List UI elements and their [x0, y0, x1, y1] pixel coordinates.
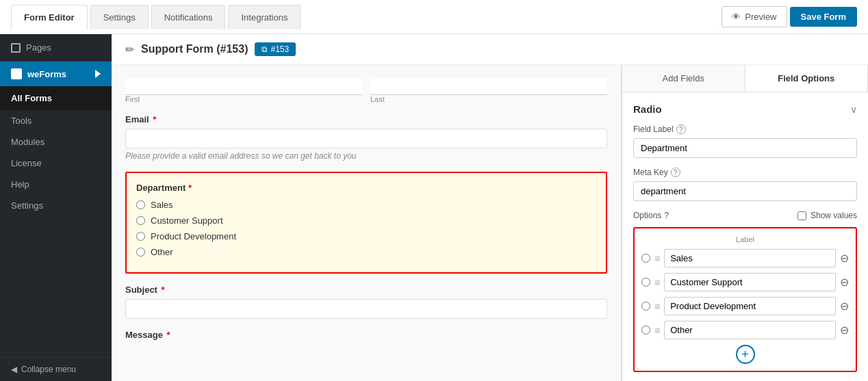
option-radio-product-development[interactable] — [641, 302, 650, 311]
sidebar-item-all-forms[interactable]: All Forms — [0, 86, 112, 110]
name-first-label: First — [125, 95, 362, 103]
dept-radio-other[interactable] — [136, 248, 145, 257]
add-option-button[interactable]: + — [736, 345, 755, 364]
option-radio-customer-support[interactable] — [641, 278, 650, 287]
option-row-product-development: ≡ ⊖ — [641, 297, 849, 315]
remove-product-development-button[interactable]: ⊖ — [840, 300, 849, 313]
drag-handle-customer-support[interactable]: ≡ — [654, 277, 660, 288]
field-label-input[interactable] — [633, 138, 857, 158]
dept-option-customer-support: Customer Support — [136, 215, 596, 226]
content-area: ✏ Support Form (#153) ⧉ #153 First — [112, 34, 868, 381]
option-input-other[interactable] — [664, 321, 836, 339]
sidebar-weforms[interactable]: weForms — [0, 62, 112, 86]
email-label: Email * — [125, 114, 607, 124]
pages-icon — [11, 43, 21, 53]
drag-handle-sales[interactable]: ≡ — [654, 253, 660, 264]
collapse-icon: ◀ — [11, 365, 17, 374]
meta-key-help-icon[interactable]: ? — [671, 168, 680, 177]
form-id-badge: ⧉ #153 — [255, 42, 296, 56]
right-panel-content: Radio ∨ Field Label ? — [622, 92, 868, 381]
drag-handle-other[interactable]: ≡ — [654, 325, 660, 336]
dept-radio-customer-support[interactable] — [136, 216, 145, 225]
subject-label: Subject * — [125, 285, 607, 295]
name-first: First — [125, 79, 362, 103]
option-row-customer-support: ≡ ⊖ — [641, 273, 849, 291]
message-field: Message * — [125, 330, 607, 340]
form-title-bar: ✏ Support Form (#153) ⧉ #153 — [112, 34, 868, 65]
dept-radio-sales[interactable] — [136, 200, 145, 209]
name-row: First Last — [125, 79, 607, 103]
sidebar-pages[interactable]: Pages — [0, 34, 112, 62]
email-required: * — [153, 114, 156, 124]
sidebar-item-tools[interactable]: Tools — [0, 110, 112, 131]
name-field: First Last — [125, 79, 607, 103]
tab-notifications[interactable]: Notifications — [151, 5, 226, 29]
tab-add-fields[interactable]: Add Fields — [622, 65, 745, 92]
dept-radio-product-development[interactable] — [136, 232, 145, 241]
dept-required: * — [188, 183, 192, 193]
option-radio-sales[interactable] — [641, 254, 650, 263]
name-last-input[interactable] — [370, 79, 607, 95]
radio-section-header: Radio ∨ — [633, 103, 857, 115]
options-list-header: Label — [641, 235, 849, 244]
editor-panels: First Last Email * — [112, 65, 868, 381]
preview-button[interactable]: 👁 Preview — [722, 6, 787, 27]
tab-integrations[interactable]: Integrations — [228, 5, 301, 29]
option-radio-other[interactable] — [641, 326, 650, 334]
collapse-menu-button[interactable]: ◀ Collapse menu — [0, 357, 112, 381]
main-area: Pages weForms All Forms Tools Modules Li… — [0, 34, 868, 381]
tab-field-options[interactable]: Field Options — [745, 65, 869, 92]
eye-icon: 👁 — [732, 12, 741, 22]
subject-input[interactable] — [125, 299, 607, 319]
option-row-sales: ≡ ⊖ — [641, 249, 849, 267]
email-input[interactable] — [125, 129, 607, 148]
weforms-icon — [11, 68, 22, 79]
option-row-other: ≡ ⊖ — [641, 321, 849, 339]
remove-customer-support-button[interactable]: ⊖ — [840, 276, 849, 289]
chevron-down-icon[interactable]: ∨ — [850, 104, 857, 115]
right-panel-tabs: Add Fields Field Options — [622, 65, 868, 92]
copy-icon: ⧉ — [261, 44, 268, 54]
radio-title: Radio — [633, 103, 662, 115]
sidebar-item-modules[interactable]: Modules — [0, 131, 112, 153]
dept-option-sales: Sales — [136, 200, 596, 210]
meta-key-label: Meta Key ? — [633, 168, 857, 177]
show-values-toggle: Show values — [797, 211, 857, 220]
sidebar-item-help[interactable]: Help — [0, 174, 112, 195]
remove-other-button[interactable]: ⊖ — [840, 324, 849, 337]
subject-required: * — [162, 285, 165, 295]
name-last-label: Last — [370, 95, 607, 103]
add-option-row: + — [641, 345, 849, 364]
sidebar-item-license[interactable]: License — [0, 153, 112, 174]
options-label: Options ? — [633, 211, 669, 220]
field-label-help-icon[interactable]: ? — [676, 124, 686, 134]
email-field: Email * Please provide a valid email add… — [125, 114, 607, 161]
show-values-checkbox[interactable] — [797, 211, 806, 220]
tab-settings[interactable]: Settings — [90, 5, 149, 29]
field-label-label: Field Label ? — [633, 124, 857, 134]
name-last: Last — [370, 79, 607, 103]
remove-sales-button[interactable]: ⊖ — [840, 252, 849, 265]
options-help-icon[interactable]: ? — [664, 211, 669, 220]
name-first-input[interactable] — [125, 79, 362, 95]
meta-key-input[interactable] — [633, 181, 857, 201]
subject-field: Subject * — [125, 285, 607, 319]
department-field: Department * Sales Customer Support — [125, 172, 607, 274]
option-input-customer-support[interactable] — [664, 273, 836, 291]
app-wrapper: Form Editor Settings Notifications Integ… — [0, 0, 868, 381]
save-form-button[interactable]: Save Form — [790, 7, 857, 27]
field-label-group: Field Label ? — [633, 124, 857, 158]
email-help-text: Please provide a valid email address so … — [125, 151, 607, 161]
right-panel: Add Fields Field Options Radio ∨ Field L — [622, 65, 868, 381]
drag-handle-product-development[interactable]: ≡ — [654, 301, 660, 312]
sidebar-item-settings[interactable]: Settings — [0, 195, 112, 216]
dept-option-product-development: Product Development — [136, 231, 596, 241]
edit-icon: ✏ — [125, 43, 134, 56]
message-required: * — [167, 330, 170, 340]
option-input-product-development[interactable] — [664, 297, 836, 315]
option-input-sales[interactable] — [664, 249, 836, 267]
message-label: Message * — [125, 330, 607, 340]
options-list-box: Label ≡ ⊖ ≡ — [633, 227, 857, 372]
tab-form-editor[interactable]: Form Editor — [11, 5, 88, 30]
top-bar: Form Editor Settings Notifications Integ… — [0, 0, 868, 34]
